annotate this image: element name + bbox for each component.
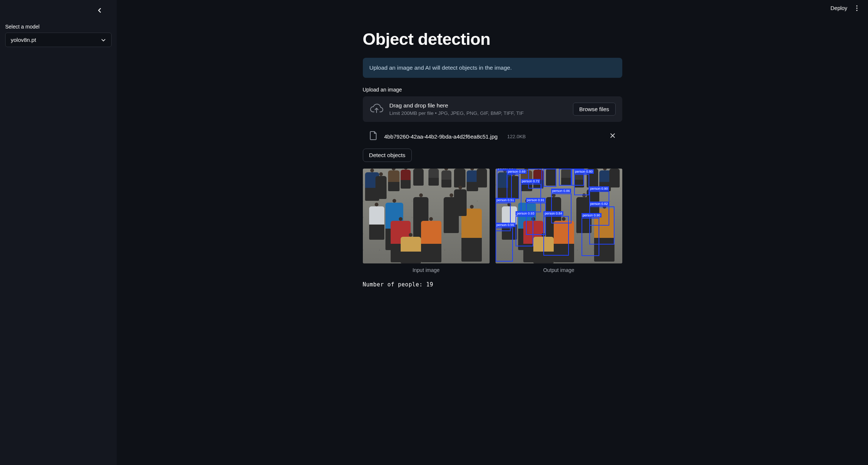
svg-point-2 xyxy=(856,10,857,11)
remove-file-button[interactable] xyxy=(610,133,616,140)
svg-point-1 xyxy=(856,7,857,9)
detection-box: person 0.69 xyxy=(507,174,519,199)
svg-point-0 xyxy=(856,5,857,6)
detection-label: person 0.91 xyxy=(526,198,546,202)
output-image-caption: Output image xyxy=(496,267,622,273)
detection-label: person 0.72 xyxy=(521,179,541,183)
model-select[interactable]: yolov8n.pt xyxy=(5,33,112,47)
uploader-secondary-text: Limit 200MB per file • JPG, JPEG, PNG, G… xyxy=(390,110,567,116)
detection-label: person 0.84 xyxy=(543,211,563,216)
model-select-value: yolov8n.pt xyxy=(11,37,36,43)
detection-box: person 0.61 xyxy=(559,169,572,186)
images-row: Input image person 0.64person 0.69person… xyxy=(363,169,622,273)
browse-files-button[interactable]: Browse files xyxy=(573,103,616,116)
detection-label: person 0.55 xyxy=(496,223,516,227)
page-title: Object detection xyxy=(363,30,622,49)
uploaded-file-size: 122.0KB xyxy=(507,134,526,139)
file-uploader[interactable]: Drag and drop file here Limit 200MB per … xyxy=(363,96,622,122)
uploaded-file-name: 4bb79260-42aa-44b2-9bda-a4d2f6ea8c51.jpg xyxy=(384,133,498,140)
cloud-upload-icon xyxy=(370,103,384,116)
detection-label: person 0.90 xyxy=(589,186,609,191)
detection-label: person 0.86 xyxy=(551,189,571,193)
detection-box: person 0.90 xyxy=(582,218,599,256)
collapse-sidebar-button[interactable] xyxy=(94,4,106,16)
detection-label: person 0.90 xyxy=(582,213,602,217)
kebab-icon xyxy=(856,5,858,11)
close-icon xyxy=(610,133,616,139)
detection-box: person 0.80 xyxy=(574,174,589,195)
info-banner: Upload an image and AI will detect objec… xyxy=(363,58,622,78)
output-image: person 0.64person 0.69person 0.59person … xyxy=(496,169,622,263)
detect-objects-button[interactable]: Detect objects xyxy=(363,149,412,162)
detection-label: person 0.82 xyxy=(589,202,609,206)
uploaded-file-row: 4bb79260-42aa-44b2-9bda-a4d2f6ea8c51.jpg… xyxy=(363,129,622,149)
result-text: Number of people: 19 xyxy=(363,281,622,288)
uploader-primary-text: Drag and drop file here xyxy=(390,102,567,109)
detection-box: person 0.55 xyxy=(496,227,513,262)
detection-label: person 0.80 xyxy=(574,169,594,174)
deploy-button[interactable]: Deploy xyxy=(831,5,847,11)
input-image-caption: Input image xyxy=(363,267,490,273)
chevron-down-icon xyxy=(101,37,106,43)
content: Object detection Upload an image and AI … xyxy=(363,0,622,310)
sidebar: Select a model yolov8n.pt xyxy=(0,0,117,465)
upload-label: Upload an image xyxy=(363,87,622,93)
main-menu-button[interactable] xyxy=(853,5,861,11)
detection-label: person 0.51 xyxy=(496,198,516,202)
detection-box: person 0.66 xyxy=(543,169,556,187)
input-image xyxy=(363,169,490,263)
detection-label: person 0.93 xyxy=(516,211,536,216)
main: Deploy Object detection Upload an image … xyxy=(117,0,868,465)
chevron-left-icon xyxy=(97,7,103,13)
detection-label: person 0.69 xyxy=(507,169,527,174)
topbar: Deploy xyxy=(823,0,868,16)
document-icon xyxy=(370,131,378,142)
detection-box: person 0.93 xyxy=(516,216,533,246)
detection-box: person 0.84 xyxy=(543,216,569,256)
model-select-label: Select a model xyxy=(5,24,112,30)
